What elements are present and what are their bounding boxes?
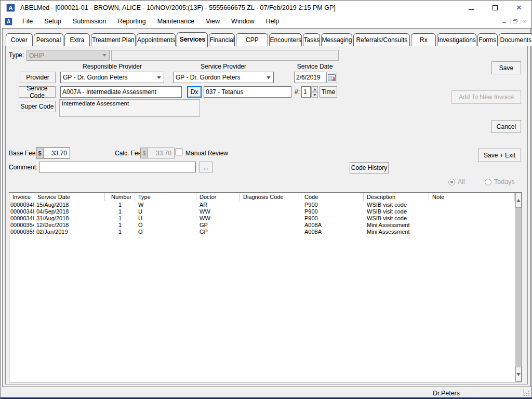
super-code-description: Intermediate Assessment <box>59 99 200 117</box>
up-arrow-icon <box>313 88 316 90</box>
cell-number: 1 <box>105 215 135 222</box>
menu-reporting[interactable]: Reporting <box>112 16 151 27</box>
scroll-down-button[interactable] <box>515 367 522 382</box>
diagnosis-input[interactable] <box>204 86 291 98</box>
cell-number: 1 <box>105 229 135 235</box>
close-button[interactable]: × <box>507 1 531 15</box>
cell-description: WSIB visit code <box>364 202 429 208</box>
base-fee-field: $ <box>36 148 70 158</box>
column-header-code[interactable]: Code <box>301 193 364 201</box>
tab-encounters[interactable]: Encounters <box>269 33 302 46</box>
code-history-button[interactable]: Code History <box>350 162 389 174</box>
vertical-scrollbar[interactable] <box>515 193 522 382</box>
comment-input[interactable] <box>39 162 196 172</box>
tab-documents[interactable]: Documents <box>499 33 532 46</box>
menu-help[interactable]: Help <box>260 16 285 27</box>
cell-code: P900 <box>301 215 364 222</box>
super-code-button[interactable]: Super Code <box>19 101 56 112</box>
table-row[interactable]: 0000035502/Jan/20191OGPA008AMini Assessm… <box>9 229 522 235</box>
cell-doctor: GP <box>196 222 240 229</box>
save-button[interactable]: Save <box>491 61 521 74</box>
time-button[interactable]: Time <box>320 86 337 98</box>
table-row[interactable]: 0000034615/Aug/20181WARP900WSIB visit co… <box>9 202 522 208</box>
cell-note <box>429 215 522 222</box>
comment-label: Comment: <box>9 164 37 171</box>
cell-doctor: WW <box>196 208 240 215</box>
menu-submission[interactable]: Submission <box>67 16 112 27</box>
service-provider-dropdown[interactable]: GP - Dr. Gordon Peters <box>173 72 274 83</box>
tab-messaging[interactable]: Messaging <box>321 33 352 46</box>
minimize-button[interactable] <box>459 1 483 15</box>
spin-up-button[interactable] <box>311 86 318 92</box>
tab-rx[interactable]: Rx <box>411 33 436 46</box>
dx-button[interactable]: Dx <box>187 86 202 98</box>
menu-window[interactable]: Window <box>225 16 260 27</box>
tab-referrals-consults[interactable]: Referrals/Consults <box>353 33 410 46</box>
responsible-provider-value: GP - Dr. Gordon Peters <box>61 74 154 81</box>
radio-all[interactable]: All <box>448 178 465 185</box>
scroll-up-button[interactable] <box>515 193 522 208</box>
cell-invoice: 00000348 <box>9 208 34 215</box>
tab-cover[interactable]: Cover <box>6 33 33 46</box>
cell-doctor: GP <box>196 229 240 235</box>
base-fee-input[interactable] <box>44 148 69 158</box>
maximize-button[interactable] <box>483 1 507 15</box>
mdi-restore-button[interactable] <box>510 18 518 25</box>
mdi-close-button[interactable]: × <box>521 18 528 25</box>
tab-financial[interactable]: Financial <box>209 33 235 46</box>
manual-review-checkbox[interactable] <box>176 149 182 155</box>
column-header-type[interactable]: Type <box>135 193 196 201</box>
cell-invoice: 00000354 <box>9 222 34 229</box>
calendar-button[interactable] <box>326 72 337 83</box>
menu-view[interactable]: View <box>200 16 225 27</box>
tab-appointments[interactable]: Appointments <box>137 33 176 46</box>
tab-cpp[interactable]: CPP <box>236 33 268 46</box>
quantity-input[interactable] <box>301 86 311 98</box>
service-code-button[interactable]: Service Code <box>19 86 56 98</box>
cell-type: W <box>135 202 196 208</box>
cell-code: P900 <box>301 208 364 215</box>
cancel-button[interactable]: Cancel <box>491 120 521 133</box>
table-row[interactable]: 0000034804/Sep/20181UWWP900WSIB visit co… <box>9 208 522 215</box>
table-row[interactable]: 0000034831/Aug/20181UWWP900WSIB visit co… <box>9 215 522 222</box>
column-header-description[interactable]: Description <box>364 193 429 201</box>
menu-file[interactable]: File <box>17 16 38 27</box>
mdi-minimize-button[interactable] <box>500 18 508 25</box>
cell-note <box>429 208 522 215</box>
column-header-invoice[interactable]: Invoice <box>9 193 34 201</box>
up-arrow-icon <box>516 199 521 202</box>
save-and-exit-button[interactable]: Save + Exit <box>478 149 521 162</box>
menu-setup[interactable]: Setup <box>38 16 67 27</box>
column-header-number[interactable]: Number <box>105 193 135 201</box>
tab-services[interactable]: Services <box>177 32 208 47</box>
tab-forms[interactable]: Forms <box>477 33 498 46</box>
column-header-note[interactable]: Note <box>429 193 515 201</box>
mdi-close-icon: × <box>523 19 526 24</box>
cell-diagnosis-code <box>240 229 301 235</box>
table-row[interactable]: 0000035412/Dec/20181OGPA008AMini Assessm… <box>9 222 522 229</box>
tab-personal[interactable]: Personal <box>34 33 63 46</box>
column-header-diagnosis-code[interactable]: Diagnosis Code <box>240 193 301 201</box>
tab-extra[interactable]: Extra <box>64 33 90 46</box>
resize-grip-icon[interactable] <box>524 391 529 396</box>
cell-invoice: 00000346 <box>9 202 34 208</box>
tab-tasks[interactable]: Tasks <box>303 33 320 46</box>
manual-review-label: Manual Review <box>185 150 228 157</box>
app-window: A ABELMed - [000021-01 - BROWN, ALICE - … <box>0 0 532 399</box>
cell-service-date: 12/Dec/2018 <box>34 222 105 229</box>
menu-maintenance[interactable]: Maintenance <box>152 16 201 27</box>
service-date-input[interactable] <box>294 72 326 83</box>
cell-type: U <box>135 208 196 215</box>
column-header-service-date[interactable]: Service Date <box>34 193 105 201</box>
menu-bar-items: FileSetupSubmissionReportingMaintenanceV… <box>17 16 285 27</box>
tab-investigations[interactable]: Investigations <box>437 33 476 46</box>
column-header-doctor[interactable]: Doctor <box>196 193 240 201</box>
cell-description: Mini Assessment <box>364 222 429 229</box>
spin-down-button[interactable] <box>311 92 318 98</box>
tab-treatment-plan[interactable]: Treatment Plan <box>91 33 136 46</box>
service-code-input[interactable] <box>60 86 182 98</box>
provider-button[interactable]: Provider <box>20 72 56 83</box>
comment-more-button[interactable]: ... <box>199 162 213 172</box>
radio-todays[interactable]: Todays <box>485 178 515 185</box>
responsible-provider-dropdown[interactable]: GP - Dr. Gordon Peters <box>60 72 164 83</box>
